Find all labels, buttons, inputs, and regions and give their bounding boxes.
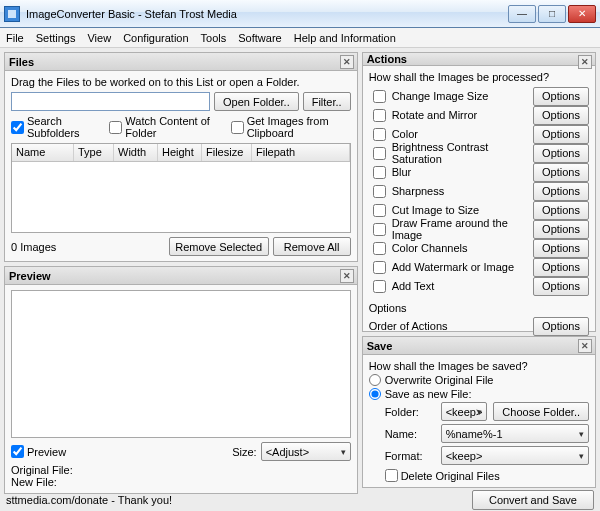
remove-selected-button[interactable]: Remove Selected bbox=[169, 237, 269, 256]
preview-panel-close-icon[interactable]: ✕ bbox=[340, 269, 354, 283]
col-name[interactable]: Name bbox=[12, 144, 74, 161]
name-select[interactable]: %name%-1 bbox=[441, 424, 589, 443]
chk-rotate[interactable] bbox=[373, 109, 386, 122]
chk-text[interactable] bbox=[373, 280, 386, 293]
files-title: Files bbox=[9, 56, 34, 68]
save-panel: Save ✕ How shall the Images be saved? Ov… bbox=[362, 336, 596, 488]
col-filepath[interactable]: Filepath bbox=[252, 144, 350, 161]
format-label: Format: bbox=[385, 450, 435, 462]
chk-color[interactable] bbox=[373, 128, 386, 141]
chk-sharpness[interactable] bbox=[373, 185, 386, 198]
actions-panel-close-icon[interactable]: ✕ bbox=[578, 55, 592, 69]
preview-panel: Preview ✕ Preview Size: <Adjust> Or bbox=[4, 266, 358, 494]
minimize-button[interactable]: — bbox=[508, 5, 536, 23]
menubar: File Settings View Configuration Tools S… bbox=[0, 28, 600, 48]
preview-size-select[interactable]: <Adjust> bbox=[261, 442, 351, 461]
close-button[interactable]: ✕ bbox=[568, 5, 596, 23]
chk-cut[interactable] bbox=[373, 204, 386, 217]
col-width[interactable]: Width bbox=[114, 144, 158, 161]
original-file-label: Original File: bbox=[11, 464, 351, 476]
options-heading: Options bbox=[369, 302, 589, 314]
maximize-button[interactable]: □ bbox=[538, 5, 566, 23]
opt-bcs[interactable]: Options bbox=[533, 144, 589, 163]
col-height[interactable]: Height bbox=[158, 144, 202, 161]
name-label: Name: bbox=[385, 428, 435, 440]
file-table[interactable]: Name Type Width Height Filesize Filepath bbox=[11, 143, 351, 233]
preview-checkbox[interactable]: Preview bbox=[11, 445, 66, 458]
files-panel-close-icon[interactable]: ✕ bbox=[340, 55, 354, 69]
menu-configuration[interactable]: Configuration bbox=[123, 32, 188, 44]
titlebar: ImageConverter Basic - Stefan Trost Medi… bbox=[0, 0, 600, 28]
app-icon bbox=[4, 6, 20, 22]
opt-rotate[interactable]: Options bbox=[533, 106, 589, 125]
chk-change-size[interactable] bbox=[373, 90, 386, 103]
format-select[interactable]: <keep> bbox=[441, 446, 589, 465]
opt-blur[interactable]: Options bbox=[533, 163, 589, 182]
menu-settings[interactable]: Settings bbox=[36, 32, 76, 44]
image-count: 0 Images bbox=[11, 241, 56, 253]
chk-watermark[interactable] bbox=[373, 261, 386, 274]
save-panel-close-icon[interactable]: ✕ bbox=[578, 339, 592, 353]
order-label: Order of Actions bbox=[369, 320, 448, 332]
opt-frame[interactable]: Options bbox=[533, 220, 589, 239]
delete-original-checkbox[interactable]: Delete Original Files bbox=[385, 469, 589, 482]
folder-label: Folder: bbox=[385, 406, 435, 418]
opt-watermark[interactable]: Options bbox=[533, 258, 589, 277]
opt-change-size[interactable]: Options bbox=[533, 87, 589, 106]
opt-order[interactable]: Options bbox=[533, 317, 589, 336]
get-clipboard-checkbox[interactable]: Get Images from Clipboard bbox=[231, 115, 351, 139]
watch-content-checkbox[interactable]: Watch Content of Folder bbox=[109, 115, 218, 139]
menu-help[interactable]: Help and Information bbox=[294, 32, 396, 44]
col-filesize[interactable]: Filesize bbox=[202, 144, 252, 161]
chk-blur[interactable] bbox=[373, 166, 386, 179]
folder-path-input[interactable] bbox=[11, 92, 210, 111]
filter-button[interactable]: Filter.. bbox=[303, 92, 351, 111]
remove-all-button[interactable]: Remove All bbox=[273, 237, 351, 256]
actions-title: Actions bbox=[367, 53, 407, 65]
preview-title: Preview bbox=[9, 270, 51, 282]
opt-cut[interactable]: Options bbox=[533, 201, 589, 220]
menu-view[interactable]: View bbox=[87, 32, 111, 44]
files-hint: Drag the Files to be worked on to this L… bbox=[11, 76, 351, 88]
opt-text[interactable]: Options bbox=[533, 277, 589, 296]
window-title: ImageConverter Basic - Stefan Trost Medi… bbox=[26, 8, 508, 20]
open-folder-button[interactable]: Open Folder.. bbox=[214, 92, 299, 111]
menu-file[interactable]: File bbox=[6, 32, 24, 44]
files-panel: Files ✕ Drag the Files to be worked on t… bbox=[4, 52, 358, 262]
opt-color[interactable]: Options bbox=[533, 125, 589, 144]
choose-folder-button[interactable]: Choose Folder.. bbox=[493, 402, 589, 421]
convert-save-button[interactable]: Convert and Save bbox=[472, 490, 594, 510]
save-hint: How shall the Images be saved? bbox=[369, 360, 589, 372]
status-text: sttmedia.com/donate - Thank you! bbox=[6, 494, 172, 506]
opt-sharpness[interactable]: Options bbox=[533, 182, 589, 201]
folder-select[interactable]: <keep> bbox=[441, 402, 488, 421]
overwrite-radio[interactable]: Overwrite Original File bbox=[369, 374, 589, 386]
opt-channels[interactable]: Options bbox=[533, 239, 589, 258]
chk-channels[interactable] bbox=[373, 242, 386, 255]
search-subfolders-checkbox[interactable]: Search Subfolders bbox=[11, 115, 97, 139]
save-new-radio[interactable]: Save as new File: bbox=[369, 388, 589, 400]
save-title: Save bbox=[367, 340, 393, 352]
actions-panel: Actions ✕ How shall the Images be proces… bbox=[362, 52, 596, 332]
col-type[interactable]: Type bbox=[74, 144, 114, 161]
chk-bcs[interactable] bbox=[373, 147, 386, 160]
menu-tools[interactable]: Tools bbox=[201, 32, 227, 44]
new-file-label: New File: bbox=[11, 476, 351, 488]
actions-hint: How shall the Images be processed? bbox=[369, 71, 589, 83]
chk-frame[interactable] bbox=[373, 223, 386, 236]
size-label: Size: bbox=[232, 446, 256, 458]
preview-canvas bbox=[11, 290, 351, 438]
menu-software[interactable]: Software bbox=[238, 32, 281, 44]
